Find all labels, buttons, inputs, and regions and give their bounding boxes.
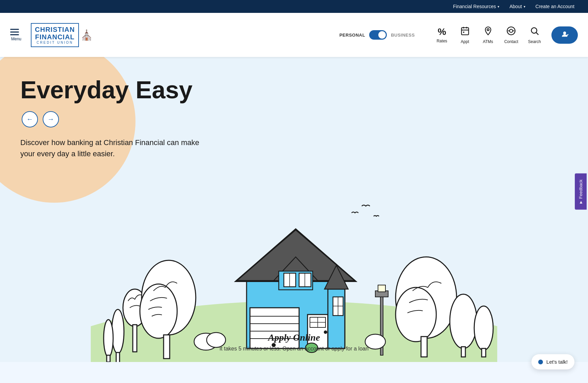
hero-content: Everyday Easy ← → Discover how banking a… (0, 57, 237, 159)
rates-icon: % (438, 26, 446, 37)
svg-point-5 (487, 28, 489, 31)
logo-box: CHRISTIAN FINANCIAL CREDIT UNION (31, 23, 79, 47)
svg-rect-49 (378, 285, 385, 292)
chat-label: Let's talk! (546, 359, 568, 362)
logo-line2: FINANCIAL (35, 33, 75, 41)
atms-label: ATMs (483, 39, 493, 44)
hamburger-menu-button[interactable]: Menu (10, 29, 22, 41)
chat-bubble[interactable]: Let's talk! (531, 354, 574, 362)
chevron-down-icon: ▾ (498, 5, 499, 8)
business-label: BUSINESS (391, 33, 415, 38)
prev-slide-button[interactable]: ← (22, 111, 38, 127)
financial-resources-link[interactable]: Financial Resources ▾ (453, 4, 499, 9)
logo-icon: ⛪ (80, 29, 93, 41)
svg-point-55 (474, 306, 493, 350)
rates-nav-item[interactable]: % Rates (432, 24, 452, 45)
top-bar: Financial Resources ▾ About ▾ Create an … (0, 0, 588, 13)
svg-rect-14 (116, 352, 120, 362)
main-nav: Menu CHRISTIAN FINANCIAL CREDIT UNION ⛪ … (0, 13, 588, 57)
contact-label: Contact (504, 39, 518, 44)
svg-point-18 (140, 284, 177, 338)
svg-rect-12 (133, 325, 137, 352)
svg-point-9 (563, 32, 566, 34)
appt-nav-item[interactable]: Appt (455, 24, 475, 46)
search-label: Search (528, 39, 541, 44)
calendar-icon (460, 26, 470, 38)
email-icon (506, 26, 516, 38)
hero-description: Discover how banking at Christian Financ… (20, 137, 203, 159)
svg-rect-19 (164, 335, 170, 359)
svg-point-53 (450, 294, 477, 348)
svg-point-7 (531, 27, 537, 33)
svg-point-13 (112, 309, 124, 354)
hamburger-icon (10, 29, 19, 35)
logo-line3: CREDIT UNION (37, 41, 73, 44)
menu-label: Menu (11, 37, 21, 41)
atms-nav-item[interactable]: ATMs (478, 24, 498, 46)
nav-icons: % Rates Appt ATMs (432, 24, 545, 46)
feedback-tab[interactable]: ▶ Feedback (575, 173, 587, 209)
svg-point-51 (396, 287, 436, 342)
appt-label: Appt (461, 39, 469, 44)
svg-rect-56 (482, 348, 486, 357)
hero-section: Everyday Easy ← → Discover how banking a… (0, 57, 588, 362)
about-link[interactable]: About ▾ (509, 4, 525, 9)
svg-line-8 (536, 33, 538, 35)
hero-carousel-arrows: ← → (22, 111, 217, 127)
feedback-arrow-icon: ▶ (579, 201, 583, 204)
chat-icon (538, 360, 543, 362)
logo[interactable]: CHRISTIAN FINANCIAL CREDIT UNION ⛪ (31, 23, 93, 47)
search-nav-item[interactable]: Search (524, 24, 545, 46)
apply-online-desc: It takes 5 minutes or less. Open an acco… (209, 346, 379, 352)
chevron-down-icon: ▾ (524, 5, 525, 8)
apply-online-title: Apply Online (209, 332, 379, 343)
svg-rect-0 (461, 27, 468, 35)
personal-business-toggle[interactable]: PERSONAL BUSINESS (339, 30, 415, 40)
create-account-link[interactable]: Create an Account (536, 4, 574, 9)
svg-rect-52 (421, 337, 427, 357)
personal-label: PERSONAL (339, 33, 365, 38)
logo-line1: CHRISTIAN (35, 26, 75, 33)
svg-rect-4 (463, 32, 464, 33)
login-button[interactable] (551, 26, 578, 44)
rates-label: Rates (437, 39, 447, 43)
contact-nav-item[interactable]: Contact (501, 24, 522, 46)
apply-online-section: Apply Online It takes 5 minutes or less.… (209, 332, 379, 352)
feedback-label: Feedback (578, 179, 583, 199)
svg-rect-54 (461, 347, 465, 357)
next-slide-button[interactable]: → (43, 111, 59, 127)
hero-headline: Everyday Easy (20, 77, 217, 103)
toggle-switch[interactable] (369, 30, 387, 40)
search-icon (530, 26, 539, 38)
svg-point-15 (104, 320, 113, 357)
person-icon (561, 31, 568, 40)
svg-rect-16 (107, 355, 110, 362)
location-icon (483, 26, 493, 38)
